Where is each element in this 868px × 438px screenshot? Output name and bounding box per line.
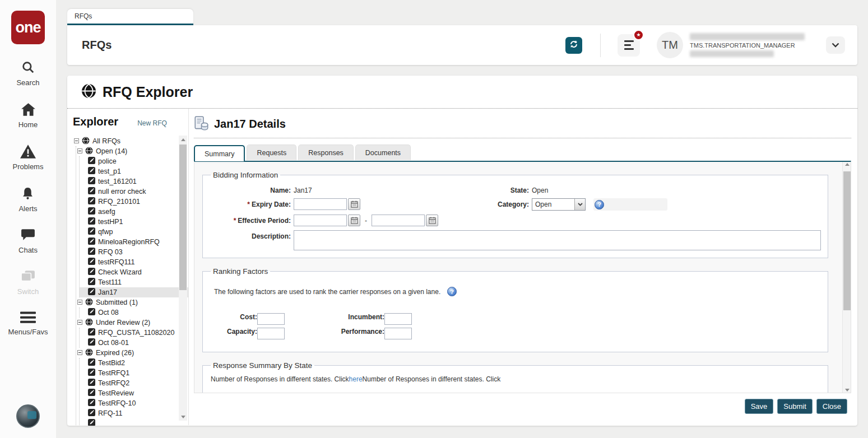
sidebar-item-home[interactable]: Home: [18, 102, 38, 129]
notifications-menu-button[interactable]: ★: [618, 34, 640, 57]
cost-input[interactable]: [257, 313, 285, 325]
tree-children: RFQ_CUSTA_11082020Oct 08-01: [79, 328, 188, 348]
tree-item-oct-08-01[interactable]: Oct 08-01: [80, 338, 188, 348]
workspace-tab-rfqs[interactable]: RFQs: [67, 9, 193, 25]
tree-item-police[interactable]: police: [80, 156, 188, 166]
capacity-input[interactable]: [257, 328, 285, 339]
tree-item-label: Open (14): [96, 147, 127, 155]
expander-icon[interactable]: [77, 349, 82, 357]
tree-item-check-wizard[interactable]: Check Wizard: [80, 267, 188, 277]
tree-item-testrfq-10[interactable]: TestRFQ-10: [80, 398, 188, 408]
rfq-pencil-icon: [88, 338, 95, 347]
one-logo[interactable]: one: [11, 11, 45, 44]
tree-item-testrfq111[interactable]: testRFQ111: [80, 257, 188, 267]
user-menu-button[interactable]: [826, 36, 845, 54]
details-scrollbar-thumb[interactable]: [843, 171, 851, 310]
tree-item-testreview[interactable]: TestReview: [80, 388, 188, 398]
tree-item-jan17[interactable]: Jan17: [80, 287, 188, 297]
tree-scrollbar[interactable]: [179, 136, 187, 421]
tree-item-submitted-1[interactable]: Submitted (1): [76, 297, 188, 307]
tree-item-node[interactable]: [80, 418, 188, 426]
response-summary-section: Response Summary By State Number of Resp…: [202, 361, 828, 393]
details-scrollbar[interactable]: [842, 162, 851, 393]
tree-item-label: Test111: [98, 278, 122, 286]
tree-scrollbar-thumb[interactable]: [179, 145, 187, 290]
rfq-pencil-icon: [88, 308, 95, 317]
rfq-pencil-icon: [88, 197, 95, 206]
save-button[interactable]: Save: [745, 399, 774, 414]
sidebar-item-problems[interactable]: Problems: [13, 145, 44, 171]
sidebar-item-search[interactable]: Search: [16, 60, 39, 87]
tree-item-null-error-check[interactable]: null error check: [80, 187, 188, 197]
category-value: Open: [532, 201, 551, 208]
tree-item-testrfq1[interactable]: TestRFQ1: [80, 368, 188, 378]
tree-item-rfq-custa-11082020[interactable]: RFQ_CUSTA_11082020: [80, 328, 188, 338]
details-tabs: SummaryRequestsResponsesDocuments: [194, 145, 851, 161]
tree-item-testrfq2[interactable]: TestRFQ2: [80, 378, 188, 388]
scroll-down-icon[interactable]: [843, 389, 851, 392]
sidebar-item-alerts[interactable]: Alerts: [18, 187, 37, 213]
neo-assistant-logo[interactable]: [16, 404, 40, 428]
expiry-date-input[interactable]: [294, 198, 347, 210]
ranking-factors-section: Ranking Factors The following factors ar…: [202, 267, 828, 352]
close-button[interactable]: Close: [816, 399, 847, 414]
sidebar-item-menus-favs[interactable]: Menus/Favs: [8, 311, 48, 336]
effective-from-input[interactable]: [294, 215, 347, 226]
tab-requests[interactable]: Requests: [247, 145, 296, 160]
tree-item-all-rfqs[interactable]: All RFQs: [73, 136, 188, 146]
tree-item-under-review-2[interactable]: Under Review (2): [76, 318, 188, 328]
effective-to-input[interactable]: [372, 215, 425, 226]
description-textarea[interactable]: [294, 230, 821, 250]
warning-icon: [20, 145, 36, 161]
new-rfq-link[interactable]: New RFQ: [137, 119, 167, 127]
here-link[interactable]: here: [349, 375, 363, 383]
tree-item-test111[interactable]: Test111: [80, 277, 188, 287]
help-icon[interactable]: ?: [447, 287, 457, 296]
tree-item-asefg[interactable]: asefg: [80, 207, 188, 217]
tab-summary[interactable]: Summary: [194, 145, 245, 161]
refresh-button[interactable]: [565, 37, 582, 54]
tab-documents[interactable]: Documents: [355, 145, 411, 160]
ranking-note: The following factors are used to rank t…: [214, 288, 440, 296]
tree-item-rfq-11[interactable]: RFQ-11: [80, 408, 188, 418]
category-select[interactable]: Open: [532, 198, 586, 211]
tree-item-qfwp[interactable]: qfwp: [80, 227, 188, 237]
tree-item-oct-08[interactable]: Oct 08: [80, 307, 188, 318]
expander-icon[interactable]: [77, 299, 82, 306]
scroll-up-icon[interactable]: [843, 163, 851, 166]
tree-panel-title: Explorer: [73, 115, 118, 128]
help-icon[interactable]: ?: [595, 200, 604, 209]
tree-item-test-p1[interactable]: test_p1: [80, 166, 188, 176]
rfq-tree: All RFQsOpen (14)policetest_p1test_16120…: [73, 136, 188, 426]
sidebar-label: Problems: [13, 162, 44, 171]
sidebar-item-chats[interactable]: Chats: [18, 229, 38, 254]
calendar-icon[interactable]: [348, 215, 360, 226]
scroll-up-icon[interactable]: [179, 136, 187, 143]
tree-item-testbid2[interactable]: TestBid2: [80, 358, 188, 368]
tab-responses[interactable]: Responses: [298, 145, 354, 160]
expander-icon[interactable]: [77, 319, 82, 327]
expander-icon[interactable]: [77, 147, 82, 155]
bell-icon: [21, 187, 35, 203]
workspace-tab-label: RFQs: [75, 12, 92, 20]
rfq-pencil-icon: [88, 369, 95, 378]
tree-item-rfq-03[interactable]: RFQ 03: [80, 247, 188, 257]
tree-item-label: TestRFQ1: [98, 369, 129, 377]
calendar-icon[interactable]: [426, 215, 438, 226]
sidebar-label: Home: [18, 120, 38, 129]
performance-input[interactable]: [384, 328, 412, 339]
scroll-down-icon[interactable]: [179, 413, 187, 421]
user-avatar[interactable]: TM: [657, 32, 683, 58]
tree-children: TestBid2TestRFQ1TestRFQ2TestReviewTestRF…: [79, 358, 188, 426]
tree-item-rfq-210101[interactable]: RFQ_210101: [80, 197, 188, 207]
incumbent-input[interactable]: [384, 313, 412, 325]
calendar-icon[interactable]: [348, 198, 360, 210]
tree-item-test-161201[interactable]: test_161201: [80, 176, 188, 187]
tree-item-expired-26[interactable]: Expired (26): [76, 348, 188, 358]
explorer-heading: RFQ Explorer: [103, 84, 193, 100]
expander-icon[interactable]: [74, 137, 79, 145]
tree-item-testhp1[interactable]: testHP1: [80, 217, 188, 227]
tree-item-mineloaregionrfq[interactable]: MineloaRegionRFQ: [80, 237, 188, 247]
submit-button[interactable]: Submit: [777, 399, 812, 414]
tree-item-open-14[interactable]: Open (14): [76, 146, 188, 156]
